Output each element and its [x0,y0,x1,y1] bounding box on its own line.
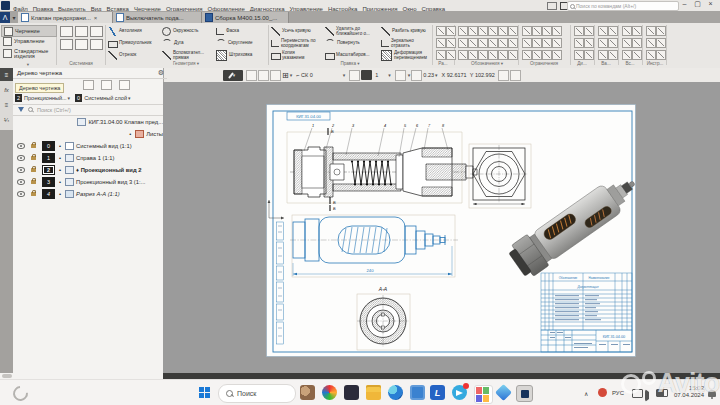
taskbar-app-dark[interactable] [344,385,359,400]
ribbon-icon[interactable] [646,26,656,36]
ribbon-icon[interactable] [458,50,468,60]
ribbon-icon[interactable] [508,26,518,36]
ribbon-icon[interactable] [446,38,456,48]
ribbon-icon[interactable] [478,38,488,48]
ribbon-icon[interactable] [632,26,642,36]
image-icon[interactable] [101,80,112,90]
taskbar-app-color-wheel[interactable] [322,385,337,400]
tree-panel-icon[interactable]: ≡ [0,68,13,81]
ribbon-icon[interactable] [468,26,478,36]
tool-aux-line[interactable]: Вспомогател... прямая [162,50,214,61]
photos-icon[interactable] [474,385,493,404]
tree-view-row[interactable]: 4 •Разрез А-А (1:1) [13,188,163,200]
taskbar-app-blue[interactable] [410,385,425,400]
ribbon-icon[interactable] [468,50,478,60]
tool-deform[interactable]: Деформация перемещением [381,50,431,61]
mode-management[interactable]: Управление [1,36,55,46]
panel-scrollbar[interactable] [2,374,12,378]
tray-chevron[interactable]: ∧ [584,380,588,405]
tool-chamfer[interactable]: Фаска [216,26,266,37]
telegram-icon[interactable] [452,385,467,400]
tool-fillet[interactable]: Скругление [216,38,266,49]
lock-icon[interactable] [31,144,36,148]
kompas-gem-icon[interactable] [495,384,512,401]
close-button[interactable]: × [704,0,717,8]
start-button[interactable] [199,387,210,398]
tab-klapan[interactable]: Клапан предохрани... × [18,12,113,23]
ribbon-icon[interactable] [542,26,552,36]
lock-icon[interactable] [31,192,36,196]
tool-autoline[interactable]: Автолиния [108,26,160,37]
home-button[interactable]: Λ [0,12,10,23]
taskbar-search[interactable]: Поиск [218,384,296,403]
tool-delete-to-nearest[interactable]: Удалить до ближайшего о... [325,26,379,37]
ribbon-icon[interactable] [574,38,584,48]
ribbon-icon[interactable] [622,50,632,60]
ribbon-icon[interactable] [436,26,446,36]
ribbon-icon[interactable] [622,26,632,36]
preview-icon[interactable] [75,39,88,50]
tree-view-row-active[interactable]: 2 •♦ Проекционный вид 2 [13,164,163,176]
ribbon-icon[interactable] [656,38,666,48]
ribbon-icon[interactable] [488,50,498,60]
tab-sborka[interactable]: Сборка М400.15.00_... [202,12,289,23]
home-caret-icon[interactable]: ▾ [10,12,18,23]
tool-copy[interactable]: Копия указанием [271,50,323,61]
tree-view-row[interactable]: 0 •Системный вид (1:1) [13,140,163,152]
ribbon-icon[interactable] [532,26,542,36]
layout-single-icon[interactable] [547,2,557,10]
ribbon-icon[interactable] [458,26,468,36]
visibility-eye-icon[interactable] [17,143,25,149]
visibility-eye-icon[interactable] [17,155,25,161]
ribbon-icon[interactable] [522,38,532,48]
ribbon-icon[interactable] [552,38,562,48]
ribbon-icon[interactable] [498,50,508,60]
ribbon-icon[interactable] [522,26,532,36]
ribbon-icon[interactable] [532,38,542,48]
lock-icon[interactable] [31,168,36,172]
ribbon-icon[interactable] [656,50,666,60]
ribbon-icon[interactable] [608,26,618,36]
zoom-level-select[interactable]: 0.23▾ [411,70,438,81]
ribbon-icon[interactable] [646,38,656,48]
maximize-button[interactable]: ▢ [691,0,704,8]
tool-trim[interactable]: Усечь кривую [271,26,323,37]
ribbon-icon[interactable] [478,50,488,60]
parameters-panel-icon[interactable]: ¼ [0,113,13,126]
ribbon-icon[interactable] [542,38,552,48]
ribbon-icon[interactable] [542,50,552,60]
refresh-icon[interactable] [270,70,281,81]
send-icon[interactable] [90,39,103,50]
drawing-canvas[interactable]: КИГ.31.04.00 [163,82,720,373]
ribbon-icon[interactable] [446,50,456,60]
minimize-button[interactable]: – [678,0,691,8]
open-doc-icon[interactable] [75,26,88,37]
visibility-eye-icon[interactable] [17,191,25,197]
ribbon-icon[interactable] [508,38,518,48]
tool-rotate[interactable]: Повернуть [325,38,379,49]
edge-browser-icon[interactable] [388,385,403,400]
ribbon-icon[interactable] [584,50,594,60]
explorer-folder-icon[interactable] [366,385,381,400]
ribbon-icon[interactable] [478,26,488,36]
ribbon-icon[interactable] [458,38,468,48]
visibility-eye-icon[interactable] [17,179,25,185]
ribbon-icon[interactable] [608,50,618,60]
modes-caret[interactable]: ▾ [20,62,36,67]
ribbon-icon[interactable] [488,26,498,36]
tree-view-row[interactable]: 1 •Справа 1 (1:1) [13,152,163,164]
ribbon-icon[interactable] [646,50,656,60]
lock-icon[interactable] [31,180,36,184]
ribbon-icon[interactable] [598,38,608,48]
tool-hatch[interactable]: Штриховка [216,50,266,61]
ribbon-icon[interactable] [608,38,618,48]
layers-icon[interactable] [83,80,94,90]
new-doc-icon[interactable] [60,26,73,37]
tool-arc[interactable]: Дуга [162,38,214,49]
zoom-tool-icon[interactable] [395,70,406,81]
ribbon-icon[interactable] [584,26,594,36]
tool-segment[interactable]: Отрезок [108,50,160,61]
ribbon-icon[interactable] [598,26,608,36]
ribbon-icon[interactable] [552,26,562,36]
ribbon-icon[interactable] [508,50,518,60]
